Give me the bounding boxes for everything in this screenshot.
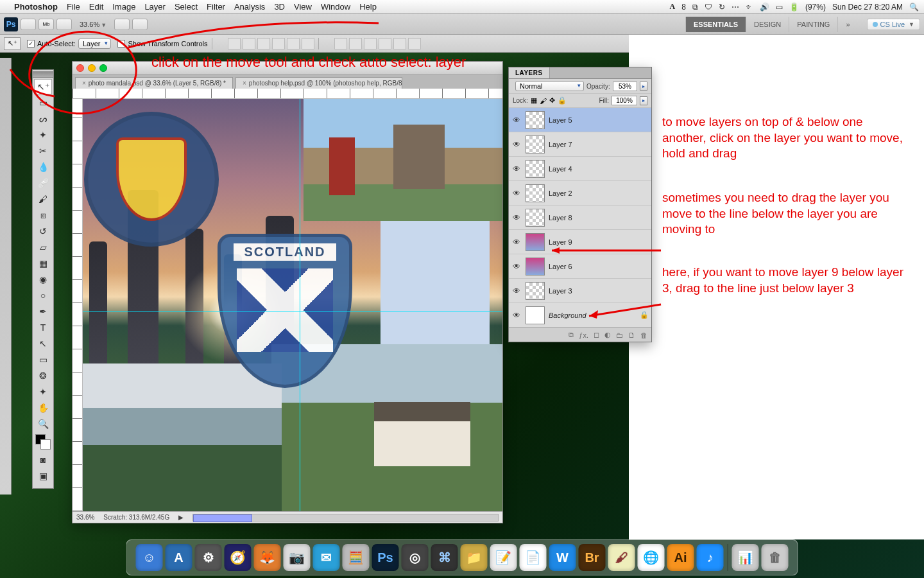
dots-icon[interactable]: ⋯ <box>732 3 739 12</box>
layer-row[interactable]: 👁Layer 6 <box>509 254 651 279</box>
menu-layer[interactable]: Layer <box>144 2 166 12</box>
pen-tool[interactable]: ✒ <box>34 304 52 319</box>
delete-layer-icon[interactable]: 🗑 <box>640 331 647 339</box>
quick-select-tool[interactable]: ✦ <box>34 127 52 143</box>
dock-app-icon[interactable]: ✉ <box>313 544 340 571</box>
layer-thumbnail[interactable] <box>526 282 545 300</box>
blur-tool[interactable]: ◉ <box>34 272 52 287</box>
dock-app-icon[interactable]: ☺ <box>136 544 163 571</box>
layer-name[interactable]: Layer 8 <box>549 214 572 222</box>
new-layer-icon[interactable]: 🗋 <box>628 331 635 339</box>
layer-fx-icon[interactable]: ƒx. <box>579 331 588 339</box>
dock-app-icon[interactable]: 🗑 <box>762 544 789 571</box>
dropbox-icon[interactable]: ⧉ <box>692 3 698 12</box>
visibility-icon[interactable]: 👁 <box>511 140 522 149</box>
color-swatches[interactable] <box>35 434 51 450</box>
dock-app-icon[interactable]: 🌐 <box>638 544 665 571</box>
layer-name[interactable]: Layer 2 <box>549 189 572 197</box>
history-brush-tool[interactable]: ↺ <box>34 223 52 239</box>
lock-position-icon[interactable]: ✥ <box>549 96 555 105</box>
dock-app-icon[interactable]: 🧭 <box>225 544 252 571</box>
shape-tool[interactable]: ▭ <box>34 352 52 367</box>
layer-row[interactable]: 👁Layer 4 <box>509 157 651 181</box>
eraser-tool[interactable]: ▱ <box>34 240 52 255</box>
opacity-arrow[interactable]: ▸ <box>640 82 647 91</box>
type-tool[interactable]: T <box>34 320 52 335</box>
eyedropper-tool[interactable]: 💧 <box>34 159 52 175</box>
lock-all-icon[interactable]: 🔒 <box>558 96 567 105</box>
menu-edit[interactable]: Edit <box>89 2 103 12</box>
fill-arrow[interactable]: ▸ <box>640 96 647 105</box>
menu-3d[interactable]: 3D <box>274 2 285 12</box>
battery-icon[interactable]: 🔋 <box>789 3 799 12</box>
dock-app-icon[interactable]: 🦊 <box>254 544 281 571</box>
menu-window[interactable]: Window <box>321 2 350 12</box>
menu-help[interactable]: Help <box>359 2 377 12</box>
menu-file[interactable]: File <box>67 2 80 12</box>
dock-app-icon[interactable]: ⌘ <box>431 544 458 571</box>
opacity-value[interactable]: 53% <box>613 82 638 91</box>
visibility-icon[interactable]: 👁 <box>511 213 522 222</box>
layer-group-icon[interactable]: 🗀 <box>616 331 623 339</box>
layer-row[interactable]: 👁Layer 2 <box>509 181 651 206</box>
quick-mask-button[interactable]: ◙ <box>34 452 52 468</box>
workspace-painting[interactable]: PAINTING <box>789 17 837 32</box>
layer-thumbnail[interactable] <box>526 258 545 276</box>
ruler-vertical[interactable] <box>73 99 83 511</box>
canvas[interactable]: SCOTLAND <box>83 99 502 511</box>
dock-app-icon[interactable]: 📁 <box>461 544 488 571</box>
link-layers-icon[interactable]: ⧉ <box>569 331 574 339</box>
menu-image[interactable]: Image <box>112 2 135 12</box>
dodge-tool[interactable]: ○ <box>34 288 52 303</box>
layer-mask-icon[interactable]: ◻ <box>594 331 599 339</box>
workspace-essentials[interactable]: ESSENTIALS <box>685 17 746 32</box>
layer-name[interactable]: Layer 6 <box>549 263 572 270</box>
sync-icon[interactable]: ↻ <box>719 3 725 12</box>
layer-thumbnail[interactable] <box>526 233 545 251</box>
healing-tool[interactable]: 🩹 <box>34 175 52 191</box>
lock-transparent-icon[interactable]: ▦ <box>531 96 537 105</box>
layer-name[interactable]: Layer 4 <box>549 165 572 173</box>
dock-app-icon[interactable]: Ai <box>667 544 694 571</box>
dock-app-icon[interactable]: W <box>549 544 576 571</box>
wifi-icon[interactable]: ᯤ <box>746 3 753 12</box>
layer-thumbnail[interactable] <box>526 111 545 129</box>
display-icon[interactable]: ▭ <box>776 3 783 12</box>
fill-value[interactable]: 100% <box>612 96 637 105</box>
path-select-tool[interactable]: ↖ <box>34 336 52 351</box>
dock-app-icon[interactable]: A <box>166 544 193 571</box>
layer-name[interactable]: Background <box>549 311 586 319</box>
dock-app-icon[interactable]: 🖌 <box>608 544 635 571</box>
menu-select[interactable]: Select <box>175 2 198 12</box>
menu-view[interactable]: View <box>294 2 312 12</box>
layer-name[interactable]: Layer 7 <box>549 141 572 148</box>
stamp-tool[interactable]: ⧇ <box>34 207 52 223</box>
visibility-icon[interactable]: 👁 <box>511 262 522 271</box>
dock-app-icon[interactable]: Ps <box>372 544 399 571</box>
crop-tool[interactable]: ✂ <box>34 143 52 159</box>
volume-icon[interactable]: 🔊 <box>760 3 769 12</box>
visibility-icon[interactable]: 👁 <box>511 311 522 320</box>
layer-name[interactable]: Layer 5 <box>549 116 572 124</box>
layers-panel-tab[interactable]: LAYERS <box>509 67 550 78</box>
clock[interactable]: Sun Dec 27 8:20 AM <box>832 3 903 12</box>
dock-app-icon[interactable]: 📄 <box>520 544 547 571</box>
horizontal-scrollbar[interactable] <box>193 514 499 521</box>
workspace-more[interactable]: » <box>837 17 857 32</box>
zoom-tool[interactable]: 🔍 <box>34 416 52 432</box>
visibility-icon[interactable]: 👁 <box>511 189 522 198</box>
lock-pixels-icon[interactable]: 🖌 <box>540 97 547 105</box>
status-scratch[interactable]: Scratch: 313.6M/2.45G <box>103 514 169 521</box>
layer-row[interactable]: 👁Layer 5 <box>509 108 651 132</box>
menu-filter[interactable]: Filter <box>207 2 225 12</box>
layer-thumbnail[interactable] <box>526 306 545 324</box>
menu-analysis[interactable]: Analysis <box>234 2 265 12</box>
spotlight-icon[interactable]: 🔍 <box>909 3 919 12</box>
layer-thumbnail[interactable] <box>526 184 545 202</box>
status-zoom[interactable]: 33.6% <box>76 514 94 521</box>
dock-app-icon[interactable]: ⚙ <box>195 544 222 571</box>
visibility-icon[interactable]: 👁 <box>511 164 522 173</box>
layer-thumbnail[interactable] <box>526 160 545 178</box>
brush-tool[interactable]: 🖌 <box>34 191 52 207</box>
layer-thumbnail[interactable] <box>526 209 545 227</box>
